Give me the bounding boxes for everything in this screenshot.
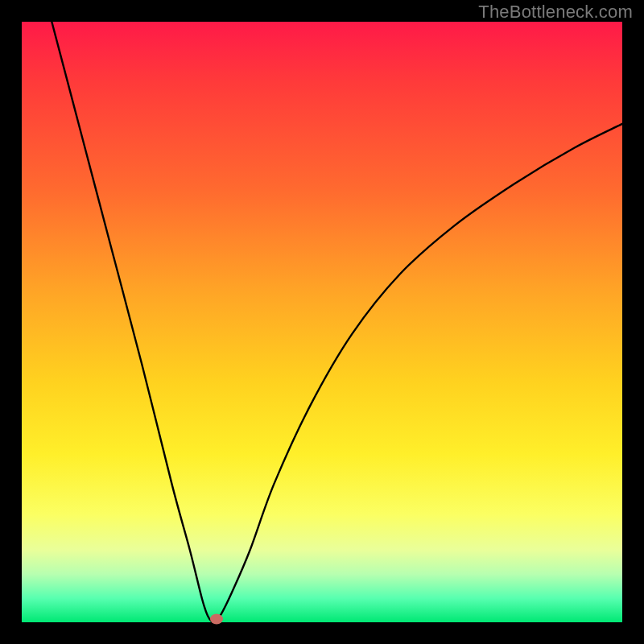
- bottleneck-curve: [22, 22, 622, 622]
- optimum-marker: [210, 614, 223, 625]
- watermark-text: TheBottleneck.com: [478, 2, 633, 23]
- plot-area: [22, 22, 622, 622]
- chart-frame: TheBottleneck.com: [0, 0, 644, 644]
